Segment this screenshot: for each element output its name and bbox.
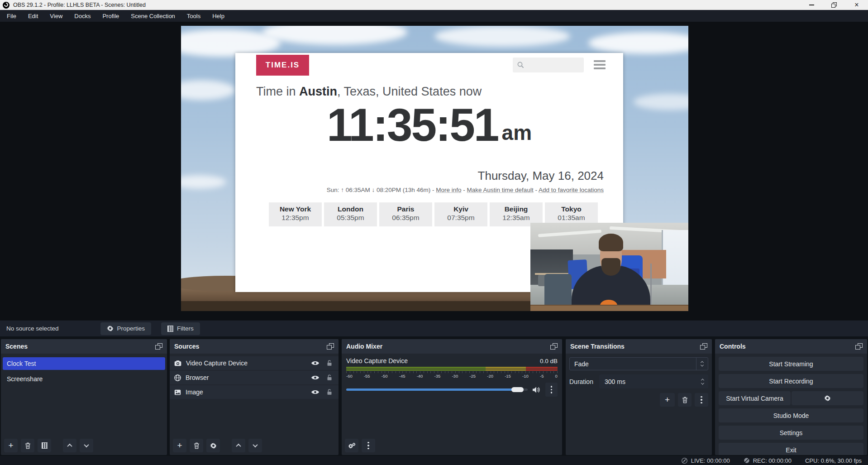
transition-select-spinner[interactable] (696, 358, 708, 370)
sources-panel: Sources Video Capture Device (170, 339, 339, 455)
mixer-menu-button[interactable] (362, 439, 375, 452)
hamburger-menu-icon[interactable] (594, 60, 606, 69)
menu-tools[interactable]: Tools (181, 10, 206, 22)
menu-scene-collection[interactable]: Scene Collection (125, 10, 181, 22)
volume-slider[interactable] (346, 388, 528, 391)
webcam-source[interactable] (530, 223, 688, 311)
filters-button[interactable]: Filters (161, 322, 200, 335)
scenes-header[interactable]: Scenes (1, 339, 167, 354)
minimize-button[interactable] (800, 0, 823, 10)
menu-edit[interactable]: Edit (22, 10, 44, 22)
restore-button[interactable] (823, 0, 845, 10)
mixer-channel-menu-button[interactable] (545, 383, 558, 397)
properties-button[interactable]: Properties (100, 322, 152, 335)
city-london[interactable]: London05:35pm (324, 202, 377, 226)
duration-input[interactable]: 300 ms (599, 374, 708, 388)
city-newyork[interactable]: New York12:35pm (269, 202, 322, 226)
popout-icon[interactable] (700, 343, 707, 350)
lock-icon[interactable] (327, 374, 332, 381)
person-beard (601, 258, 620, 276)
virtual-camera-settings-button[interactable] (792, 391, 863, 405)
remove-scene-button[interactable] (21, 439, 34, 452)
scene-transitions-header[interactable]: Scene Transitions (566, 339, 712, 354)
city-paris[interactable]: Paris06:35pm (379, 202, 432, 226)
move-source-down-button[interactable] (248, 439, 262, 452)
popout-icon[interactable] (855, 343, 863, 350)
transition-select-value: Fade (570, 360, 696, 368)
kebab-icon (551, 386, 553, 393)
remove-source-button[interactable] (190, 439, 203, 452)
start-streaming-button[interactable]: Start Streaming (719, 357, 863, 371)
source-row-image[interactable]: Image (170, 385, 339, 399)
chevron-down-icon (701, 364, 704, 367)
advanced-audio-button[interactable] (345, 439, 358, 452)
city-kyiv[interactable]: Kyiv07:35pm (434, 202, 487, 226)
close-button[interactable]: × (845, 0, 868, 10)
popout-icon[interactable] (550, 343, 558, 350)
image-icon (174, 389, 181, 395)
webcam-desk (530, 305, 688, 311)
cloud (634, 94, 688, 110)
studio-mode-button[interactable]: Studio Mode (719, 408, 863, 422)
minimize-icon (809, 5, 814, 5)
scene-preview[interactable]: TIME.IS Time in Austin, Texas, United St… (181, 26, 688, 311)
make-default-link[interactable]: Make Austin time default (467, 187, 534, 193)
statusbar: LIVE: 00:00:00 REC: 00:00:00 CPU: 0.6%, … (0, 456, 868, 465)
speaker-icon[interactable] (532, 386, 541, 393)
clock-meridiem: am (502, 120, 532, 149)
settings-button[interactable]: Settings (719, 426, 863, 440)
chevron-down-icon (701, 381, 704, 384)
lock-icon[interactable] (327, 389, 332, 395)
scenes-title: Scenes (5, 343, 155, 350)
audio-mixer-title: Audio Mixer (346, 343, 550, 350)
kebab-icon (701, 396, 702, 404)
move-scene-up-button[interactable] (63, 439, 76, 452)
controls-header[interactable]: Controls (715, 339, 867, 354)
remove-transition-button[interactable] (678, 393, 692, 407)
timeis-logo: TIME.IS (256, 55, 309, 76)
volume-slider-handle[interactable] (511, 387, 524, 392)
visibility-eye-icon[interactable] (311, 389, 320, 395)
add-source-button[interactable]: + (173, 439, 186, 452)
menu-file[interactable]: File (1, 10, 22, 22)
visibility-eye-icon[interactable] (311, 375, 320, 380)
transition-menu-button[interactable] (695, 393, 708, 407)
menu-view[interactable]: View (44, 10, 68, 22)
timeis-search-input[interactable] (513, 58, 584, 72)
scene-item-clock-test[interactable]: Clock Test (3, 357, 165, 370)
sources-header[interactable]: Sources (170, 339, 339, 354)
start-virtual-camera-button[interactable]: Start Virtual Camera (719, 391, 791, 405)
search-icon (517, 61, 525, 69)
scenes-panel: Scenes Clock Test Screenshare + (1, 339, 167, 455)
duration-label: Duration (569, 378, 599, 385)
menu-profile[interactable]: Profile (96, 10, 125, 22)
controls-panel: Controls Start Streaming Start Recording… (715, 339, 867, 455)
menu-help[interactable]: Help (206, 10, 230, 22)
menu-docks[interactable]: Docks (68, 10, 96, 22)
move-scene-down-button[interactable] (80, 439, 93, 452)
exit-button[interactable]: Exit (719, 443, 863, 455)
visibility-eye-icon[interactable] (311, 360, 320, 366)
scene-filters-button[interactable] (38, 439, 51, 452)
chevron-up-icon (236, 444, 241, 449)
source-properties-button[interactable] (206, 439, 220, 452)
scene-item-screenshare[interactable]: Screenshare (3, 373, 165, 385)
add-scene-button[interactable]: + (4, 439, 18, 452)
more-info-link[interactable]: More info (436, 187, 461, 193)
lock-icon[interactable] (327, 360, 332, 366)
live-time: LIVE: 00:00:00 (691, 457, 730, 464)
move-source-up-button[interactable] (232, 439, 245, 452)
menubar: File Edit View Docks Profile Scene Colle… (0, 10, 868, 22)
popout-icon[interactable] (327, 343, 334, 350)
double-gear-icon (348, 442, 356, 449)
source-row-video-capture[interactable]: Video Capture Device (170, 356, 339, 370)
duration-spinner[interactable] (696, 379, 708, 385)
audio-mixer-header[interactable]: Audio Mixer (342, 339, 562, 354)
source-row-browser[interactable]: Browser (170, 371, 339, 384)
transition-select[interactable]: Fade (569, 357, 708, 370)
preview-area[interactable]: TIME.IS Time in Austin, Texas, United St… (0, 22, 868, 320)
start-recording-button[interactable]: Start Recording (719, 374, 863, 388)
favorite-link[interactable]: Add to favorite locations (539, 187, 604, 193)
popout-icon[interactable] (155, 343, 162, 350)
add-transition-button[interactable]: + (660, 393, 675, 407)
